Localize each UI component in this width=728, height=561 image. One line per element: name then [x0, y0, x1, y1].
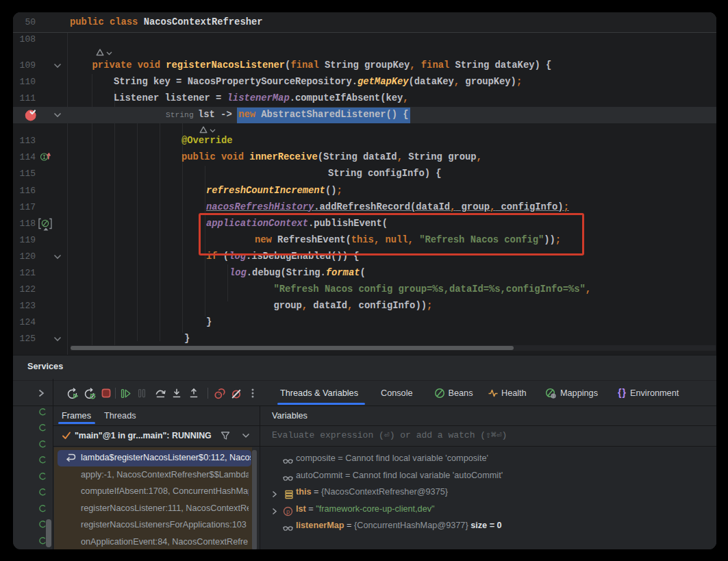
svg-text:p: p — [286, 508, 290, 515]
